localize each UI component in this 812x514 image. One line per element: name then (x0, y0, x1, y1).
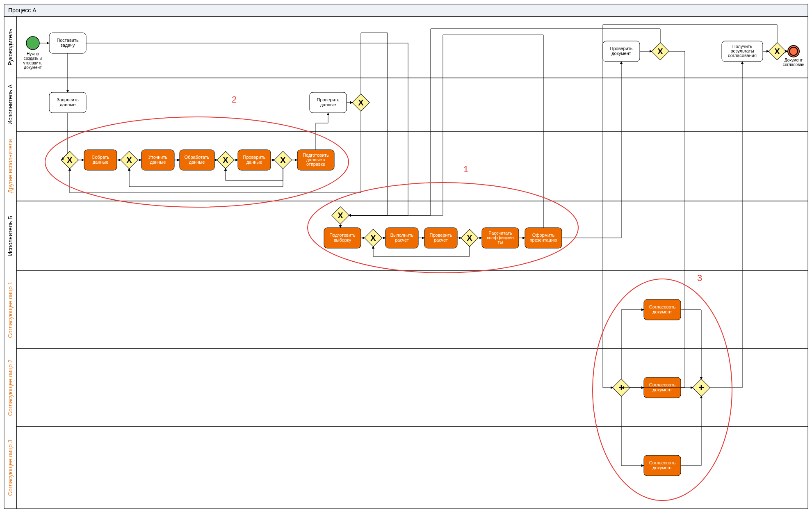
lanes: Руководитель Исполнитель А Другие исполн… (4, 16, 808, 509)
start-event (26, 37, 39, 50)
gateway-verify-in: X (217, 151, 234, 169)
svg-rect-4 (16, 131, 808, 201)
svg-text:X: X (774, 47, 780, 56)
lane-label-6: Согласующее лицо 2 (7, 359, 14, 416)
svg-text:X: X (657, 47, 663, 56)
svg-text:Согласоватьдокумент: Согласоватьдокумент (649, 460, 676, 470)
gateway-end: X (769, 43, 786, 60)
lane-label-2: Исполнитель А (7, 84, 14, 125)
svg-text:Проверитьдокумент: Проверитьдокумент (610, 46, 632, 56)
svg-text:Запроситьданные: Запроситьданные (57, 97, 79, 107)
svg-text:Согласоватьдокумент: Согласоватьдокумент (649, 382, 676, 392)
start-event-label: Нужносоздать иутвердитьдокумент (23, 52, 43, 70)
gateway-clarify-in: X (121, 151, 138, 169)
svg-rect-3 (16, 78, 808, 131)
lane-label-1: Руководитель (7, 29, 14, 66)
svg-text:X: X (338, 211, 343, 220)
svg-text:X: X (358, 98, 364, 107)
svg-rect-2 (16, 16, 808, 78)
lane-label-7: Согласующее лицо 3 (7, 439, 14, 496)
svg-text:X: X (67, 155, 73, 164)
svg-text:Оформитьпрезентацию: Оформитьпрезентацию (530, 233, 557, 242)
bpmn-diagram: Процесс А Руководитель Исполнитель А Дру… (0, 0, 812, 514)
svg-text:X: X (467, 233, 472, 242)
svg-text:Подготовитьданные котправке: Подготовитьданные котправке (303, 153, 329, 167)
gateway-sample-in: X (332, 207, 349, 224)
gateway-calc-in: X (365, 229, 382, 247)
svg-text:X: X (370, 233, 376, 242)
annotation-1: 1 (463, 164, 468, 174)
svg-text:Согласоватьдокумент: Согласоватьдокумент (649, 304, 676, 314)
lane-label-4: Исполнитель Б (7, 216, 14, 256)
svg-text:X: X (223, 155, 228, 164)
svg-text:Уточнитьданные: Уточнитьданные (148, 155, 168, 164)
svg-rect-0 (4, 4, 808, 16)
svg-text:Собратьданные: Собратьданные (91, 155, 109, 164)
lane-label-5: Согласующее лицо 1 (7, 281, 14, 338)
lane-label-3: Другие исполнители (7, 139, 14, 193)
svg-text:X: X (126, 155, 132, 164)
pool-title: Процесс А (8, 7, 36, 14)
svg-rect-8 (16, 427, 808, 509)
gateway-collect-in: X (61, 151, 78, 169)
gateway-after-check-doc: X (652, 43, 669, 60)
gateway-after-check-data-a: X (352, 94, 370, 111)
annotation-2: 2 (232, 94, 237, 105)
gateway-verify-out: X (274, 151, 292, 169)
svg-text:+: + (698, 382, 704, 393)
end-event-label: Документсогласован (783, 58, 804, 67)
svg-text:X: X (280, 155, 286, 164)
gateway-calc-out: X (461, 229, 478, 247)
annotation-3: 3 (697, 273, 702, 283)
gateway-parallel-join: + (693, 379, 710, 396)
